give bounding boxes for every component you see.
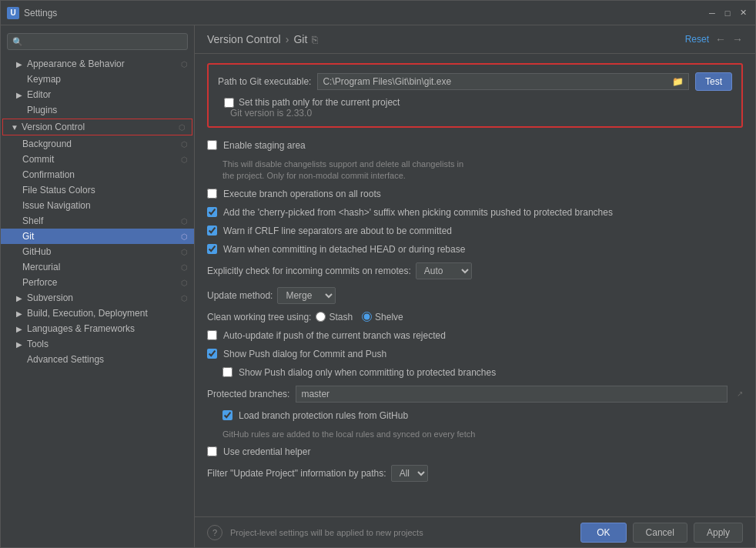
sidebar-item-languages-frameworks[interactable]: ▶ Languages & Frameworks [1,321,194,336]
sidebar-item-label: Confirmation [22,169,75,180]
footer-message: Project-level settings will be applied t… [230,528,423,537]
git-path-section: Path to Git executable: 📁 Test Set this … [207,63,743,128]
breadcrumb-separator: › [286,33,289,45]
footer-buttons: OK Cancel Apply [580,523,743,543]
sidebar-item-mercurial[interactable]: Mercurial ⬡ [1,259,194,275]
clean-tree-row: Clean working tree using: Stash Shelve [207,312,743,322]
sidebar-item-issue-navigation[interactable]: Issue Navigation [1,198,194,213]
forward-arrow-button[interactable]: → [732,33,743,45]
load-branch-protection-checkbox[interactable] [222,410,232,420]
link-icon: ⬡ [181,232,188,241]
link-icon: ⬡ [181,140,188,149]
update-method-select[interactable]: Merge Rebase [277,287,336,304]
link-icon: ⬡ [181,279,188,287]
sidebar-item-commit[interactable]: Commit ⬡ [1,152,194,167]
sidebar-item-background[interactable]: Background ⬡ [1,136,194,152]
sidebar-item-appearance[interactable]: ▶ Appearance & Behavior ⬡ [1,56,194,72]
warn-detached-row: Warn when committing in detached HEAD or… [207,244,743,255]
load-branch-protection-row: Load branch protection rules from GitHub [222,410,743,421]
sidebar-item-perforce[interactable]: Perforce ⬡ [1,275,194,290]
enable-staging-checkbox[interactable] [207,140,217,150]
sidebar-item-editor[interactable]: ▶ Editor [1,87,194,102]
sidebar-item-advanced-settings[interactable]: ▶ Advanced Settings [1,352,194,367]
sidebar-item-label: Tools [27,339,49,349]
stash-option[interactable]: Stash [316,312,353,322]
sidebar-item-label: Subversion [27,292,73,303]
update-method-row: Update method: Merge Rebase [207,287,743,304]
sidebar-item-label: Languages & Frameworks [27,323,135,334]
sidebar-item-keymap[interactable]: ▶ Keymap [1,72,194,87]
show-push-row: Show Push dialog for Commit and Push [207,349,743,359]
current-project-checkbox[interactable] [224,98,234,108]
sidebar-item-confirmation[interactable]: Confirmation [1,167,194,182]
show-push-protected-checkbox[interactable] [222,367,232,377]
cherry-pick-checkbox[interactable] [207,207,217,217]
sidebar-item-plugins[interactable]: ▶ Plugins [1,102,194,118]
link-icon: ⬡ [181,248,188,256]
shelve-option[interactable]: Shelve [362,312,403,322]
sidebar-item-version-control[interactable]: ▼ Version Control ⬡ [2,119,192,135]
show-push-checkbox[interactable] [207,349,217,359]
link-icon: ⬡ [181,155,188,164]
sidebar-item-label: Git [22,231,34,242]
auto-update-checkbox[interactable] [207,330,217,340]
search-icon: 🔍 [12,37,23,47]
back-arrow-button[interactable]: ← [715,33,726,45]
sidebar-item-label: Shelf [22,216,43,226]
shelve-radio[interactable] [362,312,372,322]
sidebar-item-build-execution[interactable]: ▶ Build, Execution, Deployment [1,306,194,321]
sidebar-item-label: Perforce [22,277,57,288]
clean-tree-label: Clean working tree using: [207,312,311,322]
incoming-commits-select[interactable]: Auto Always Never [416,262,472,279]
folder-icon[interactable]: 📁 [672,76,684,87]
sidebar-item-github[interactable]: GitHub ⬡ [1,244,194,259]
sidebar-item-subversion[interactable]: ▶ Subversion ⬡ [1,290,194,306]
test-button[interactable]: Test [695,72,732,91]
chevron-down-icon: ▼ [11,123,18,132]
search-input[interactable] [26,36,182,47]
staging-desc-line2: the project. Only for non-modal commit i… [222,171,406,180]
credential-checkbox[interactable] [207,446,217,456]
sidebar-item-label: Appearance & Behavior [27,58,125,69]
sidebar-item-tools[interactable]: ▶ Tools [1,336,194,352]
chevron-right-icon: ▶ [16,309,24,318]
apply-button[interactable]: Apply [694,523,743,543]
sidebar-item-shelf[interactable]: Shelf ⬡ [1,213,194,229]
filter-update-label: Filter "Update Project" information by p… [207,468,386,479]
stash-radio[interactable] [316,312,326,322]
cancel-button[interactable]: Cancel [633,523,687,543]
git-path-input[interactable] [323,76,669,87]
filter-update-select[interactable]: All [391,465,428,482]
show-push-protected-label: Show Push dialog only when committing to… [239,367,496,378]
sidebar-item-label: Build, Execution, Deployment [27,308,148,319]
help-button[interactable]: ? [207,525,222,540]
show-push-label: Show Push dialog for Commit and Push [223,349,386,359]
ok-button[interactable]: OK [580,523,626,543]
minimize-button[interactable]: ─ [706,7,718,19]
search-box[interactable]: 🔍 [7,33,188,50]
github-rules-desc: GitHub rules are added to the local rule… [222,429,743,440]
reset-button[interactable]: Reset [685,34,709,45]
maximize-button[interactable]: □ [721,7,734,19]
warn-crlf-checkbox[interactable] [207,226,217,236]
git-version-text: Git version is 2.33.0 [230,108,312,119]
main-panel: Version Control › Git ⎘ Reset ← → Path t… [195,25,755,547]
execute-branch-checkbox[interactable] [207,189,217,199]
close-button[interactable]: ✕ [737,7,749,19]
update-method-label: Update method: [207,290,273,301]
sidebar-item-git[interactable]: Git ⬡ [1,229,194,244]
main-header: Version Control › Git ⎘ Reset ← → [195,25,755,54]
staging-desc-line1: This will disable changelists support an… [222,159,463,169]
link-icon: ⬡ [181,217,188,226]
sidebar-item-label: Keymap [27,74,61,85]
warn-detached-checkbox[interactable] [207,244,217,254]
path-label: Path to Git executable: [218,76,311,87]
sidebar-item-file-status-colors[interactable]: File Status Colors [1,182,194,198]
content-area: 🔍 ▶ Appearance & Behavior ⬡ ▶ Keymap ▶ E… [1,25,755,547]
filter-update-row: Filter "Update Project" information by p… [207,465,743,482]
auto-update-label: Auto-update if push of the current branc… [223,330,446,341]
chevron-right-icon: ▶ [16,325,24,333]
git-version-row: Git version is 2.33.0 [224,108,732,119]
sidebar-item-label: Issue Navigation [22,200,91,211]
protected-branches-input[interactable] [296,386,728,403]
